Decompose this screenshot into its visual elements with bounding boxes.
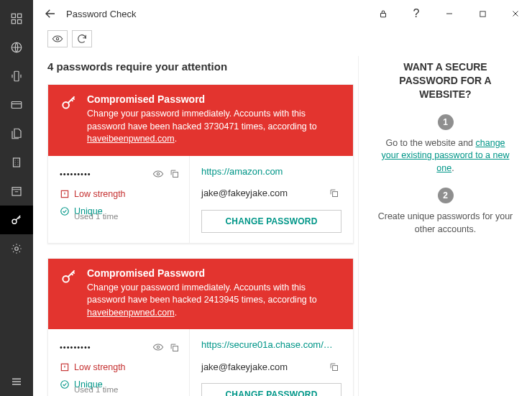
side-panel: WANT A SECURE PASSWORD FOR A WEBSITE? 1 … — [358, 56, 532, 396]
site-url[interactable]: https://secure01a.chase.com/web... — [201, 339, 338, 350]
check-icon — [60, 379, 70, 390]
svg-point-14 — [63, 102, 69, 109]
refresh-button[interactable] — [72, 30, 92, 47]
page-title: Password Check — [63, 9, 137, 19]
copy-icon[interactable] — [166, 166, 182, 182]
rail-menu-icon[interactable] — [0, 367, 33, 396]
back-button[interactable] — [37, 1, 63, 27]
password-card: Compromised Password Change your passwor… — [47, 258, 354, 397]
card-description: Change your password immediately. Accoun… — [87, 108, 341, 146]
password-masked: ••••••••• — [60, 170, 150, 178]
svg-point-18 — [61, 207, 69, 215]
svg-rect-0 — [12, 14, 15, 17]
key-alert-icon — [60, 93, 78, 112]
rail-calendar-icon[interactable] — [0, 177, 33, 206]
card-title: Compromised Password — [87, 267, 341, 279]
step-1-badge: 1 — [438, 114, 454, 130]
svg-point-24 — [61, 381, 69, 389]
svg-rect-5 — [14, 71, 19, 81]
account-email: jake@fakeyjake.com — [201, 362, 321, 372]
card-description: Change your password immediately. Accoun… — [87, 282, 341, 320]
reveal-icon[interactable] — [150, 339, 166, 355]
step-1-text: Go to the website and change your existi… — [376, 137, 515, 175]
lock-icon[interactable] — [367, 2, 400, 25]
rail-building-icon[interactable] — [0, 148, 33, 177]
svg-point-20 — [63, 275, 69, 282]
svg-rect-3 — [18, 20, 22, 24]
minimize-button[interactable] — [433, 2, 466, 25]
svg-point-21 — [157, 346, 159, 348]
maximize-button[interactable] — [466, 2, 499, 25]
card-header: Compromised Password Change your passwor… — [48, 259, 353, 330]
copy-account-icon[interactable] — [326, 359, 341, 374]
svg-point-9 — [12, 219, 17, 224]
svg-point-13 — [56, 37, 58, 40]
site-url[interactable]: https://amazon.com — [201, 166, 338, 177]
card-title: Compromised Password — [87, 93, 341, 105]
check-icon — [60, 206, 70, 216]
main-list: 4 passwords require your attention Compr… — [33, 56, 358, 396]
svg-rect-6 — [12, 102, 22, 109]
svg-rect-25 — [332, 365, 337, 370]
svg-point-10 — [15, 247, 19, 251]
strength-tag: Low strength — [60, 362, 182, 372]
key-alert-icon — [60, 267, 78, 286]
change-password-button[interactable]: CHANGE PASSWORD — [201, 210, 341, 233]
svg-rect-1 — [18, 14, 22, 17]
side-title: WANT A SECURE PASSWORD FOR A WEBSITE? — [376, 60, 515, 101]
rail-documents-icon[interactable] — [0, 119, 33, 148]
breach-source-link[interactable]: haveibeenpwned.com — [87, 134, 175, 144]
password-card: Compromised Password Change your passwor… — [47, 84, 354, 244]
svg-rect-19 — [332, 192, 337, 197]
attention-heading: 4 passwords require your attention — [47, 60, 354, 73]
rail-key-icon[interactable] — [0, 206, 33, 234]
content-pane: Password Check ? 4 passwords require you… — [33, 0, 532, 396]
help-button[interactable]: ? — [400, 2, 433, 25]
svg-rect-11 — [381, 13, 386, 17]
svg-rect-12 — [480, 11, 485, 16]
change-password-button[interactable]: CHANGE PASSWORD — [201, 383, 341, 396]
warning-icon — [60, 362, 70, 372]
strength-tag: Low strength — [60, 189, 182, 199]
step-2-text: Create unique passwords for your other a… — [376, 211, 515, 236]
reveal-all-button[interactable] — [47, 30, 68, 47]
rail-card-icon[interactable] — [0, 91, 33, 119]
nav-rail — [0, 0, 33, 396]
used-count: Used 1 time — [60, 212, 182, 221]
svg-rect-16 — [173, 172, 178, 178]
rail-phone-icon[interactable] — [0, 62, 33, 91]
svg-rect-22 — [173, 346, 178, 351]
svg-rect-2 — [12, 20, 15, 24]
rail-gear-icon[interactable] — [0, 234, 33, 263]
warning-icon — [60, 189, 70, 199]
toolbar — [33, 27, 532, 50]
rail-globe-icon[interactable] — [0, 33, 33, 62]
svg-point-15 — [157, 172, 159, 175]
copy-account-icon[interactable] — [326, 185, 341, 201]
password-masked: ••••••••• — [60, 343, 150, 351]
step-2-badge: 2 — [438, 188, 454, 203]
svg-rect-7 — [14, 158, 20, 167]
reveal-icon[interactable] — [150, 166, 166, 182]
rail-apps-icon[interactable] — [0, 4, 33, 33]
account-email: jake@fakeyjake.com — [201, 188, 321, 198]
title-bar: Password Check ? — [33, 0, 532, 27]
used-count: Used 1 time — [60, 385, 182, 394]
breach-source-link[interactable]: haveibeenpwned.com — [87, 308, 175, 318]
copy-icon[interactable] — [166, 339, 182, 355]
close-button[interactable] — [499, 2, 532, 25]
card-header: Compromised Password Change your passwor… — [48, 85, 353, 156]
